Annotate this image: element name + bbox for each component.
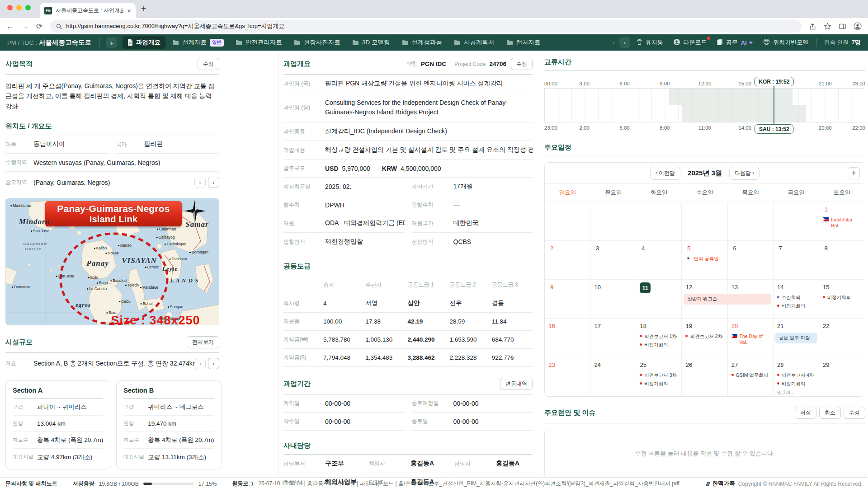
map-prev-button[interactable]: ‹ bbox=[194, 177, 206, 188]
url-bar[interactable]: http://gsim.hanmaceng.co.kr:7000/highway… bbox=[50, 20, 802, 33]
inquiries-link[interactable]: 문의사항 및 패치노트 bbox=[5, 480, 57, 488]
calendar-event[interactable]: 의견보고서 2차 bbox=[685, 333, 723, 339]
calendar-cell[interactable] bbox=[590, 202, 636, 241]
add-tab-button[interactable]: + bbox=[106, 37, 117, 48]
calendar-event-banner[interactable]: 상반기 워크숍 bbox=[684, 294, 770, 305]
calendar-event[interactable]: Eidul-Fitar Hol. bbox=[823, 217, 861, 229]
location-map-image[interactable]: Panay-Guimaras-Negros Island Link Mambur… bbox=[5, 198, 219, 325]
split-panel-icon[interactable] bbox=[839, 23, 846, 30]
tabs-scroll-right-icon[interactable]: › bbox=[619, 37, 630, 48]
calendar-event[interactable]: 의견보고서 1차 bbox=[640, 333, 678, 339]
macos-window-controls[interactable] bbox=[7, 0, 31, 15]
calendar-cell[interactable]: 28의견보고서 4차비정기회의및 2개... bbox=[774, 357, 819, 396]
calendar-event[interactable]: 비정기회의 bbox=[777, 303, 815, 309]
calendar-cell[interactable]: 22 bbox=[819, 319, 865, 357]
tab-close-icon[interactable]: × bbox=[127, 7, 131, 14]
nav-tab-5[interactable]: 설계성과품 bbox=[397, 36, 448, 49]
calendar-event[interactable]: 비정기회의 bbox=[777, 381, 815, 387]
calendar-cell[interactable]: 9 bbox=[545, 280, 590, 319]
calendar-event[interactable]: 의견보고서 3차 bbox=[640, 372, 678, 378]
refresh-icon[interactable]: ⟳ bbox=[36, 23, 42, 30]
issues-placeholder-box[interactable]: 수정 버튼을 눌러 내용을 작성 및 수정 할 수 있습니다. bbox=[544, 430, 865, 478]
calendar-cell[interactable]: 8 bbox=[819, 241, 865, 280]
browser-tab[interactable]: PM 서울세종고속도로 : 사업개요 × bbox=[40, 3, 136, 18]
overview-edit-button[interactable]: 수정 bbox=[511, 58, 533, 70]
nav-tab-6[interactable]: 시공계획서 bbox=[449, 36, 500, 49]
calendar-cell[interactable]: 27GSIM 업무회의 bbox=[728, 357, 774, 396]
calendar-event[interactable]: 비정기회의 bbox=[640, 381, 678, 387]
calendar-cell[interactable] bbox=[774, 202, 819, 241]
forward-icon[interactable]: → bbox=[21, 23, 29, 30]
back-icon[interactable]: ← bbox=[6, 23, 14, 30]
calendar-cell[interactable]: 1Eidul-Fitar Hol. bbox=[819, 202, 865, 241]
share-icon[interactable] bbox=[809, 23, 816, 30]
calendar-event[interactable]: 의견보고서 4차 bbox=[777, 372, 815, 378]
nav-tab-7[interactable]: 런처자료 bbox=[501, 36, 546, 49]
storage-link[interactable]: 저장용량 bbox=[73, 480, 94, 488]
issues-save-button[interactable]: 저장 bbox=[795, 407, 816, 419]
calendar-cell[interactable] bbox=[682, 202, 727, 241]
docs-button[interactable]: 공문AI ✦ bbox=[717, 38, 754, 47]
calendar-cell[interactable]: 19의견보고서 2차 bbox=[682, 319, 727, 357]
bookmark-star-icon[interactable] bbox=[824, 23, 831, 30]
calendar-cell[interactable] bbox=[636, 202, 682, 241]
nav-tab-1[interactable]: 설계자료일반 bbox=[167, 36, 229, 49]
calendar-cell[interactable]: 21공문 발주 마감.. bbox=[774, 319, 819, 357]
map-next-button[interactable]: › bbox=[208, 177, 219, 188]
calendar-event[interactable]: 법적 공휴일 bbox=[685, 256, 723, 262]
section-next-button[interactable]: › bbox=[208, 358, 219, 369]
calendar-cell[interactable]: 10 bbox=[590, 280, 636, 319]
nav-tab-0[interactable]: 과업개요 bbox=[123, 36, 165, 49]
facility-view-all-button[interactable]: 전체보기 bbox=[187, 336, 219, 348]
calendar-cell[interactable]: 6 bbox=[728, 241, 774, 280]
calendar-cell[interactable]: 17 bbox=[590, 319, 636, 357]
calendar-cell[interactable] bbox=[545, 202, 590, 241]
purpose-edit-button[interactable]: 수정 bbox=[198, 58, 219, 70]
globe-button[interactable]: 위치기반모델 bbox=[763, 38, 808, 47]
section-prev-button[interactable]: ‹ bbox=[195, 358, 206, 369]
maximize-window-button[interactable] bbox=[25, 5, 31, 10]
calendar-event-banner[interactable]: 공문 발주 마감.. bbox=[775, 333, 817, 343]
nav-tab-4[interactable]: 3D 모델링 bbox=[347, 36, 395, 49]
calendar-cell[interactable]: 20The Day of Val.. bbox=[728, 319, 774, 357]
calendar-cell[interactable]: 25의견보고서 3차비정기회의 bbox=[636, 357, 682, 396]
nav-tab-3[interactable]: 현장사진자료 bbox=[289, 36, 345, 49]
calendar-cell[interactable] bbox=[728, 202, 774, 241]
calendar-cell[interactable]: 15비정기회의 bbox=[819, 280, 865, 319]
calendar-cell[interactable]: 23 bbox=[545, 357, 590, 396]
calendar-event[interactable]: 비정기회의 bbox=[640, 342, 678, 348]
calendar-cell[interactable]: 14주간회의비정기회의 bbox=[774, 280, 819, 319]
trash-button[interactable]: 휴지통 bbox=[637, 38, 663, 47]
calendar-cell[interactable]: 26 bbox=[682, 357, 727, 396]
calendar-cell[interactable]: 5법적 공휴일 bbox=[682, 241, 727, 280]
calendar-cell[interactable]: 3 bbox=[590, 241, 636, 280]
calendar-event[interactable]: GSIM 업무회의 bbox=[731, 372, 769, 378]
connected-count[interactable]: 7명 bbox=[852, 38, 861, 47]
issues-cancel-button[interactable]: 취소 bbox=[819, 407, 841, 419]
calendar-prev-month-button[interactable]: ‹ 이전달 bbox=[650, 167, 680, 180]
calendar-add-event-button[interactable]: + bbox=[848, 167, 860, 179]
calendar-event[interactable]: The Day of Val.. bbox=[731, 333, 769, 345]
tabs-scroll-left-icon[interactable]: ‹ bbox=[609, 37, 619, 48]
calendar-event[interactable]: 주간회의 bbox=[777, 295, 815, 300]
calendar-cell[interactable]: 29 bbox=[819, 357, 865, 396]
calendar-cell[interactable]: 2 bbox=[545, 241, 590, 280]
period-history-button[interactable]: 변동내역 bbox=[500, 378, 533, 390]
calendar-cell[interactable]: 4 bbox=[636, 241, 682, 280]
new-tab-button[interactable]: + bbox=[141, 4, 146, 14]
calendar-next-month-button[interactable]: 다음달 › bbox=[729, 167, 760, 180]
activity-log-link[interactable]: 활동로그 bbox=[232, 480, 254, 488]
download-button[interactable]: 다운로드 bbox=[673, 38, 707, 47]
issues-edit-button[interactable]: 수정 bbox=[844, 407, 865, 419]
calendar-cell[interactable]: 7 bbox=[774, 241, 819, 280]
profile-avatar-icon[interactable] bbox=[854, 22, 862, 30]
calendar-cell[interactable]: 24 bbox=[590, 357, 636, 396]
calendar-cell[interactable]: 18의견보고서 1차비정기회의 bbox=[636, 319, 682, 357]
calendar-cell[interactable]: 11 bbox=[636, 280, 682, 319]
nav-tab-2[interactable]: 안전관리자료 bbox=[231, 36, 287, 49]
close-window-button[interactable] bbox=[7, 5, 13, 10]
calendar-event[interactable]: 비정기회의 bbox=[823, 295, 861, 300]
calendar-cell[interactable]: 12상반기 워크숍 bbox=[682, 280, 727, 319]
calendar-event[interactable]: 및 2개... bbox=[777, 389, 815, 395]
minimize-window-button[interactable] bbox=[16, 5, 22, 10]
